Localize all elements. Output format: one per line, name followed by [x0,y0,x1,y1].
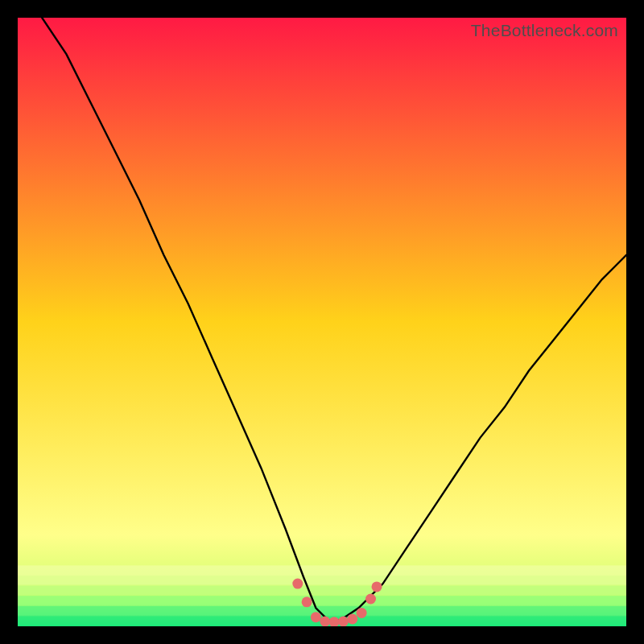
plot-area: TheBottleneck.com [18,18,626,626]
marker-dot [311,612,321,622]
gradient-background [18,18,626,626]
marker-dot [372,581,382,592]
chart-frame: TheBottleneck.com [0,0,644,644]
marker-dot [357,608,367,618]
marker-dot [365,594,376,605]
chart-svg [18,18,626,626]
marker-dot [302,597,312,607]
watermark-text: TheBottleneck.com [471,21,618,40]
bottom-stripes [18,565,626,626]
marker-dot [338,617,349,627]
marker-dot [292,579,303,589]
marker-dot [347,613,357,624]
marker-dot [320,617,330,627]
